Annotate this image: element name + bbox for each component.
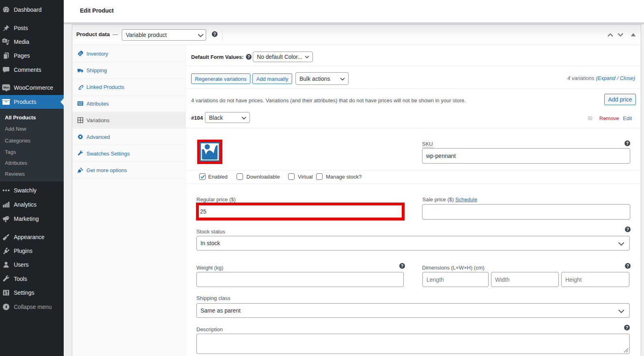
svg-text:Woo: Woo	[3, 86, 9, 89]
